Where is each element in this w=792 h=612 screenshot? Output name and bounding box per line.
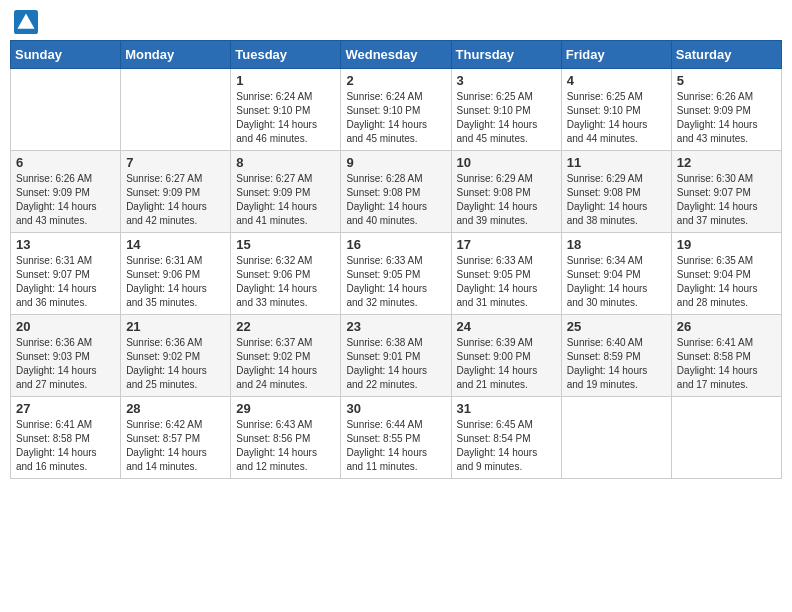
- day-number: 21: [126, 319, 225, 334]
- day-of-week-header: Tuesday: [231, 41, 341, 69]
- calendar-day-cell: [121, 69, 231, 151]
- calendar-day-cell: 13Sunrise: 6:31 AM Sunset: 9:07 PM Dayli…: [11, 233, 121, 315]
- day-info: Sunrise: 6:31 AM Sunset: 9:07 PM Dayligh…: [16, 254, 115, 310]
- calendar-day-cell: [671, 397, 781, 479]
- day-number: 9: [346, 155, 445, 170]
- day-of-week-header: Saturday: [671, 41, 781, 69]
- day-info: Sunrise: 6:43 AM Sunset: 8:56 PM Dayligh…: [236, 418, 335, 474]
- day-number: 29: [236, 401, 335, 416]
- calendar-day-cell: [11, 69, 121, 151]
- calendar-day-cell: 20Sunrise: 6:36 AM Sunset: 9:03 PM Dayli…: [11, 315, 121, 397]
- day-number: 20: [16, 319, 115, 334]
- day-info: Sunrise: 6:34 AM Sunset: 9:04 PM Dayligh…: [567, 254, 666, 310]
- day-number: 14: [126, 237, 225, 252]
- day-info: Sunrise: 6:40 AM Sunset: 8:59 PM Dayligh…: [567, 336, 666, 392]
- day-info: Sunrise: 6:31 AM Sunset: 9:06 PM Dayligh…: [126, 254, 225, 310]
- day-info: Sunrise: 6:30 AM Sunset: 9:07 PM Dayligh…: [677, 172, 776, 228]
- day-of-week-header: Wednesday: [341, 41, 451, 69]
- calendar-day-cell: 16Sunrise: 6:33 AM Sunset: 9:05 PM Dayli…: [341, 233, 451, 315]
- day-info: Sunrise: 6:36 AM Sunset: 9:02 PM Dayligh…: [126, 336, 225, 392]
- day-info: Sunrise: 6:37 AM Sunset: 9:02 PM Dayligh…: [236, 336, 335, 392]
- calendar-day-cell: 28Sunrise: 6:42 AM Sunset: 8:57 PM Dayli…: [121, 397, 231, 479]
- calendar-day-cell: 22Sunrise: 6:37 AM Sunset: 9:02 PM Dayli…: [231, 315, 341, 397]
- day-number: 11: [567, 155, 666, 170]
- logo: [14, 10, 42, 34]
- day-of-week-header: Thursday: [451, 41, 561, 69]
- day-info: Sunrise: 6:35 AM Sunset: 9:04 PM Dayligh…: [677, 254, 776, 310]
- day-number: 17: [457, 237, 556, 252]
- day-info: Sunrise: 6:24 AM Sunset: 9:10 PM Dayligh…: [346, 90, 445, 146]
- calendar-day-cell: 12Sunrise: 6:30 AM Sunset: 9:07 PM Dayli…: [671, 151, 781, 233]
- day-number: 27: [16, 401, 115, 416]
- logo-icon: [14, 10, 38, 34]
- calendar-header-row: SundayMondayTuesdayWednesdayThursdayFrid…: [11, 41, 782, 69]
- calendar-day-cell: 15Sunrise: 6:32 AM Sunset: 9:06 PM Dayli…: [231, 233, 341, 315]
- day-info: Sunrise: 6:39 AM Sunset: 9:00 PM Dayligh…: [457, 336, 556, 392]
- calendar-week-row: 6Sunrise: 6:26 AM Sunset: 9:09 PM Daylig…: [11, 151, 782, 233]
- day-of-week-header: Sunday: [11, 41, 121, 69]
- day-info: Sunrise: 6:33 AM Sunset: 9:05 PM Dayligh…: [346, 254, 445, 310]
- day-number: 18: [567, 237, 666, 252]
- day-info: Sunrise: 6:27 AM Sunset: 9:09 PM Dayligh…: [236, 172, 335, 228]
- calendar-day-cell: 24Sunrise: 6:39 AM Sunset: 9:00 PM Dayli…: [451, 315, 561, 397]
- day-info: Sunrise: 6:42 AM Sunset: 8:57 PM Dayligh…: [126, 418, 225, 474]
- day-number: 4: [567, 73, 666, 88]
- calendar-day-cell: 21Sunrise: 6:36 AM Sunset: 9:02 PM Dayli…: [121, 315, 231, 397]
- day-info: Sunrise: 6:41 AM Sunset: 8:58 PM Dayligh…: [677, 336, 776, 392]
- calendar-day-cell: 5Sunrise: 6:26 AM Sunset: 9:09 PM Daylig…: [671, 69, 781, 151]
- day-info: Sunrise: 6:45 AM Sunset: 8:54 PM Dayligh…: [457, 418, 556, 474]
- day-number: 6: [16, 155, 115, 170]
- day-number: 25: [567, 319, 666, 334]
- calendar-week-row: 27Sunrise: 6:41 AM Sunset: 8:58 PM Dayli…: [11, 397, 782, 479]
- day-number: 26: [677, 319, 776, 334]
- day-of-week-header: Friday: [561, 41, 671, 69]
- day-number: 15: [236, 237, 335, 252]
- calendar-day-cell: [561, 397, 671, 479]
- day-info: Sunrise: 6:28 AM Sunset: 9:08 PM Dayligh…: [346, 172, 445, 228]
- day-info: Sunrise: 6:29 AM Sunset: 9:08 PM Dayligh…: [567, 172, 666, 228]
- calendar-day-cell: 23Sunrise: 6:38 AM Sunset: 9:01 PM Dayli…: [341, 315, 451, 397]
- day-number: 23: [346, 319, 445, 334]
- calendar-day-cell: 7Sunrise: 6:27 AM Sunset: 9:09 PM Daylig…: [121, 151, 231, 233]
- calendar-day-cell: 9Sunrise: 6:28 AM Sunset: 9:08 PM Daylig…: [341, 151, 451, 233]
- day-number: 12: [677, 155, 776, 170]
- calendar-day-cell: 6Sunrise: 6:26 AM Sunset: 9:09 PM Daylig…: [11, 151, 121, 233]
- calendar-day-cell: 11Sunrise: 6:29 AM Sunset: 9:08 PM Dayli…: [561, 151, 671, 233]
- calendar-day-cell: 19Sunrise: 6:35 AM Sunset: 9:04 PM Dayli…: [671, 233, 781, 315]
- day-of-week-header: Monday: [121, 41, 231, 69]
- calendar-day-cell: 29Sunrise: 6:43 AM Sunset: 8:56 PM Dayli…: [231, 397, 341, 479]
- day-number: 10: [457, 155, 556, 170]
- day-info: Sunrise: 6:32 AM Sunset: 9:06 PM Dayligh…: [236, 254, 335, 310]
- calendar-day-cell: 10Sunrise: 6:29 AM Sunset: 9:08 PM Dayli…: [451, 151, 561, 233]
- calendar-week-row: 20Sunrise: 6:36 AM Sunset: 9:03 PM Dayli…: [11, 315, 782, 397]
- day-number: 22: [236, 319, 335, 334]
- calendar-day-cell: 1Sunrise: 6:24 AM Sunset: 9:10 PM Daylig…: [231, 69, 341, 151]
- day-info: Sunrise: 6:27 AM Sunset: 9:09 PM Dayligh…: [126, 172, 225, 228]
- day-number: 31: [457, 401, 556, 416]
- calendar-day-cell: 2Sunrise: 6:24 AM Sunset: 9:10 PM Daylig…: [341, 69, 451, 151]
- calendar-week-row: 13Sunrise: 6:31 AM Sunset: 9:07 PM Dayli…: [11, 233, 782, 315]
- calendar-day-cell: 31Sunrise: 6:45 AM Sunset: 8:54 PM Dayli…: [451, 397, 561, 479]
- calendar-day-cell: 27Sunrise: 6:41 AM Sunset: 8:58 PM Dayli…: [11, 397, 121, 479]
- day-info: Sunrise: 6:44 AM Sunset: 8:55 PM Dayligh…: [346, 418, 445, 474]
- day-info: Sunrise: 6:25 AM Sunset: 9:10 PM Dayligh…: [457, 90, 556, 146]
- day-info: Sunrise: 6:26 AM Sunset: 9:09 PM Dayligh…: [677, 90, 776, 146]
- calendar-day-cell: 18Sunrise: 6:34 AM Sunset: 9:04 PM Dayli…: [561, 233, 671, 315]
- calendar-day-cell: 26Sunrise: 6:41 AM Sunset: 8:58 PM Dayli…: [671, 315, 781, 397]
- day-number: 8: [236, 155, 335, 170]
- calendar-day-cell: 17Sunrise: 6:33 AM Sunset: 9:05 PM Dayli…: [451, 233, 561, 315]
- calendar-day-cell: 3Sunrise: 6:25 AM Sunset: 9:10 PM Daylig…: [451, 69, 561, 151]
- page-header: [10, 10, 782, 34]
- day-number: 24: [457, 319, 556, 334]
- day-number: 16: [346, 237, 445, 252]
- day-number: 19: [677, 237, 776, 252]
- day-number: 2: [346, 73, 445, 88]
- calendar-day-cell: 4Sunrise: 6:25 AM Sunset: 9:10 PM Daylig…: [561, 69, 671, 151]
- day-number: 3: [457, 73, 556, 88]
- day-info: Sunrise: 6:33 AM Sunset: 9:05 PM Dayligh…: [457, 254, 556, 310]
- day-info: Sunrise: 6:24 AM Sunset: 9:10 PM Dayligh…: [236, 90, 335, 146]
- day-info: Sunrise: 6:38 AM Sunset: 9:01 PM Dayligh…: [346, 336, 445, 392]
- day-info: Sunrise: 6:25 AM Sunset: 9:10 PM Dayligh…: [567, 90, 666, 146]
- day-number: 1: [236, 73, 335, 88]
- calendar-table: SundayMondayTuesdayWednesdayThursdayFrid…: [10, 40, 782, 479]
